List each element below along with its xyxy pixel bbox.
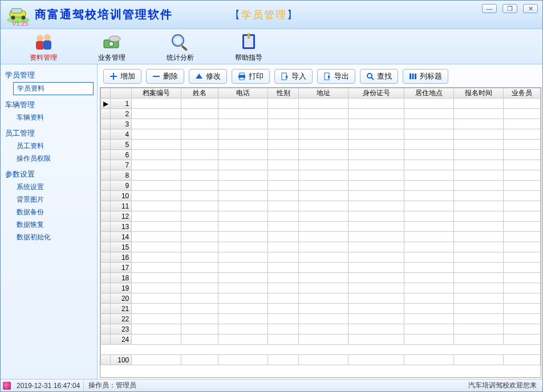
grid-cell[interactable] — [503, 324, 540, 334]
grid-cell[interactable] — [299, 109, 349, 119]
grid-cell[interactable] — [181, 99, 218, 109]
grid-cell[interactable] — [349, 150, 404, 160]
grid-cell[interactable] — [132, 263, 181, 273]
grid-cell[interactable] — [299, 324, 349, 334]
grid-cell[interactable] — [404, 355, 453, 365]
grid-cell[interactable] — [299, 252, 349, 263]
table-row[interactable]: 13 — [101, 222, 541, 232]
grid-cell[interactable] — [268, 201, 299, 211]
grid-cell[interactable] — [299, 314, 349, 324]
grid-cell[interactable] — [299, 99, 349, 109]
grid-cell[interactable] — [268, 232, 299, 242]
main-tab-3[interactable]: 帮助指导 — [229, 31, 269, 63]
grid-cell[interactable] — [132, 129, 181, 140]
grid-cell[interactable] — [404, 99, 453, 109]
grid-cell[interactable] — [503, 314, 540, 324]
sidebar-item-2-1[interactable]: 操作员权限 — [13, 153, 94, 165]
grid-cell[interactable] — [181, 170, 218, 181]
grid-cell[interactable] — [132, 150, 181, 160]
grid-cell[interactable] — [218, 273, 268, 283]
grid-cell[interactable] — [503, 242, 540, 252]
table-row[interactable]: 15 — [101, 242, 541, 252]
table-row[interactable]: 2 — [101, 109, 541, 119]
grid-cell[interactable] — [349, 314, 404, 324]
table-row[interactable]: 9 — [101, 181, 541, 191]
grid-cell[interactable] — [453, 129, 503, 140]
grid-cell[interactable] — [132, 109, 181, 119]
grid-col-3[interactable]: 性别 — [268, 88, 299, 99]
grid-cell[interactable] — [453, 181, 503, 191]
action-triangle-up-button[interactable]: 修改 — [189, 69, 227, 84]
grid-cell[interactable] — [453, 201, 503, 211]
grid-cell[interactable] — [404, 222, 453, 232]
table-row[interactable]: 20 — [101, 293, 541, 304]
grid-cell[interactable] — [503, 140, 540, 150]
grid-cell[interactable] — [299, 293, 349, 304]
grid-cell[interactable] — [268, 191, 299, 201]
table-row[interactable]: 6 — [101, 150, 541, 160]
grid-cell[interactable] — [181, 252, 218, 263]
grid-cell[interactable] — [132, 232, 181, 242]
grid-cell[interactable] — [404, 273, 453, 283]
sidebar-group-1[interactable]: 车辆管理 — [4, 99, 94, 111]
main-tab-1[interactable]: 业务管理 — [92, 31, 132, 63]
grid-cell[interactable] — [218, 232, 268, 242]
grid-cell[interactable] — [218, 252, 268, 263]
table-row[interactable]: 14 — [101, 232, 541, 242]
action-printer-button[interactable]: 打印 — [232, 69, 270, 84]
grid-cell[interactable] — [218, 201, 268, 211]
grid-cell[interactable] — [349, 181, 404, 191]
table-row[interactable]: 8 — [101, 170, 541, 181]
action-columns-button[interactable]: 列标题 — [403, 69, 448, 84]
grid-cell[interactable] — [181, 293, 218, 304]
grid-cell[interactable] — [503, 293, 540, 304]
grid-cell[interactable] — [268, 283, 299, 293]
action-doc-out-button[interactable]: 导出 — [317, 69, 355, 84]
grid-cell[interactable] — [503, 150, 540, 160]
grid-cell[interactable] — [349, 140, 404, 150]
grid-cell[interactable] — [349, 324, 404, 334]
grid-cell[interactable] — [218, 304, 268, 314]
grid-cell[interactable] — [268, 263, 299, 273]
grid-cell[interactable] — [181, 191, 218, 201]
grid-cell[interactable] — [268, 334, 299, 345]
table-row[interactable]: 4 — [101, 129, 541, 140]
grid-cell[interactable] — [132, 211, 181, 222]
data-grid[interactable]: 档案编号姓名电话性别地址身份证号居住地点报名时间业务员▶123456789101… — [100, 87, 541, 378]
sidebar-item-3-1[interactable]: 背景图片 — [13, 194, 94, 206]
grid-cell[interactable] — [181, 181, 218, 191]
grid-cell[interactable] — [299, 170, 349, 181]
grid-col-8[interactable]: 业务员 — [503, 88, 540, 99]
grid-cell[interactable] — [349, 191, 404, 201]
grid-cell[interactable] — [349, 355, 404, 365]
grid-cell[interactable] — [132, 181, 181, 191]
grid-cell[interactable] — [218, 140, 268, 150]
grid-cell[interactable] — [349, 222, 404, 232]
table-row[interactable]: 24 — [101, 334, 541, 345]
grid-cell[interactable] — [218, 181, 268, 191]
sidebar-item-3-4[interactable]: 数据初始化 — [13, 231, 94, 243]
grid-cell[interactable] — [349, 170, 404, 181]
main-tab-2[interactable]: 统计分析 — [160, 31, 200, 63]
grid-cell[interactable] — [218, 109, 268, 119]
table-row[interactable]: 7 — [101, 160, 541, 170]
grid-cell[interactable] — [503, 109, 540, 119]
grid-cell[interactable] — [503, 283, 540, 293]
sidebar-group-0[interactable]: 学员管理 — [4, 69, 94, 81]
grid-cell[interactable] — [503, 252, 540, 263]
grid-cell[interactable] — [181, 129, 218, 140]
grid-cell[interactable] — [268, 355, 299, 365]
grid-cell[interactable] — [132, 304, 181, 314]
table-row[interactable]: 10 — [101, 191, 541, 201]
grid-cell[interactable] — [181, 283, 218, 293]
grid-cell[interactable] — [218, 293, 268, 304]
grid-cell[interactable] — [132, 273, 181, 283]
table-row[interactable]: 23 — [101, 324, 541, 334]
grid-cell[interactable] — [268, 222, 299, 232]
grid-cell[interactable] — [218, 242, 268, 252]
sidebar-item-3-3[interactable]: 数据恢复 — [13, 219, 94, 231]
sidebar-item-2-0[interactable]: 员工资料 — [13, 140, 94, 152]
grid-cell[interactable] — [453, 252, 503, 263]
grid-cell[interactable] — [349, 99, 404, 109]
grid-cell[interactable] — [453, 211, 503, 222]
